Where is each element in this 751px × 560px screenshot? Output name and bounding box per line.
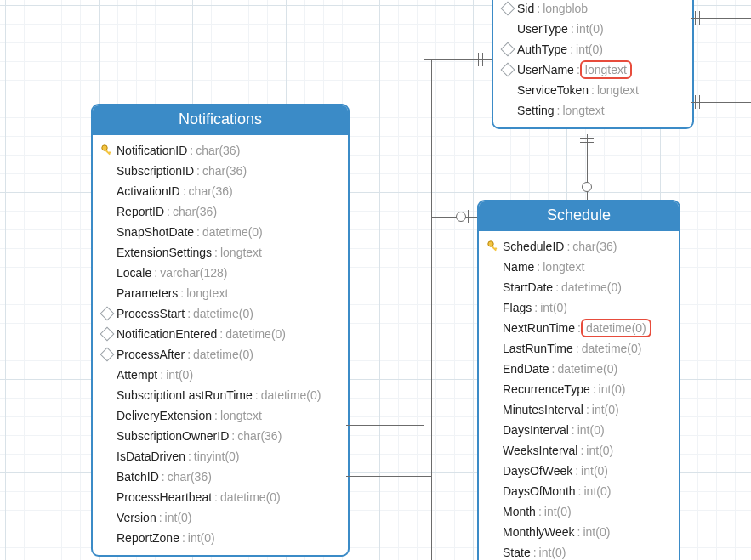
field-type: int(0)	[577, 19, 604, 39]
field-type: datetime(0)	[581, 319, 651, 337]
field-type: datetime(0)	[261, 385, 321, 405]
field-sep: :	[183, 181, 186, 201]
field-row[interactable]: Month: int(0)	[479, 501, 679, 522]
field-row[interactable]: RecurrenceType: int(0)	[479, 379, 679, 399]
field-row[interactable]: SubscriptionID: char(36)	[93, 161, 348, 181]
field-name: ProcessStart	[117, 303, 185, 324]
field-row[interactable]: ReportZone: int(0)	[93, 528, 348, 548]
field-type: int(0)	[539, 542, 566, 560]
field-row[interactable]: DaysOfWeek: int(0)	[479, 461, 679, 481]
field-sep: :	[570, 39, 573, 59]
field-row[interactable]: ServiceToken: longtext	[493, 80, 692, 100]
field-row[interactable]: Name: longtext	[479, 257, 679, 277]
field-row[interactable]: Setting: longtext	[493, 100, 692, 121]
field-type: datetime(0)	[557, 359, 617, 379]
field-row[interactable]: ExtensionSettings: longtext	[93, 242, 348, 263]
field-sep: :	[577, 522, 581, 542]
field-name: BatchID	[117, 467, 159, 487]
field-name: RecurrenceType	[503, 379, 590, 399]
field-sep: :	[557, 100, 560, 121]
field-sep: :	[187, 344, 191, 365]
field-name: DaysOfWeek	[503, 461, 572, 481]
field-row[interactable]: DaysInterval: int(0)	[479, 420, 679, 440]
field-row[interactable]: ProcessStart: datetime(0)	[93, 303, 348, 324]
field-type: longtext	[580, 60, 632, 79]
field-row[interactable]: IsDataDriven: tinyint(0)	[93, 446, 348, 467]
entity-notifications-fields: NotificationID: char(36)SubscriptionID: …	[93, 135, 348, 555]
field-name: SnapShotDate	[117, 222, 194, 242]
entity-users[interactable]: Sid: longblobUserType: int(0)AuthType: i…	[492, 0, 694, 129]
field-row[interactable]: NotificationID: char(36)	[93, 140, 348, 161]
svg-point-0	[102, 145, 107, 150]
field-sep: :	[214, 405, 218, 426]
field-row[interactable]: AuthType: int(0)	[493, 39, 692, 59]
field-row[interactable]: Parameters: longtext	[93, 283, 348, 303]
field-row[interactable]: ProcessHeartbeat: datetime(0)	[93, 487, 348, 507]
field-name: LastRunTime	[503, 338, 573, 359]
field-name: MonthlyWeek	[503, 522, 575, 542]
field-type: datetime(0)	[193, 344, 253, 365]
entity-notifications[interactable]: Notifications NotificationID: char(36)Su…	[91, 104, 350, 557]
field-row[interactable]: ActivationID: char(36)	[93, 181, 348, 201]
field-row[interactable]: NextRunTime: datetime(0)	[479, 318, 679, 338]
field-row[interactable]: UserType: int(0)	[493, 19, 692, 39]
field-type: char(36)	[237, 426, 282, 446]
field-row[interactable]: EndDate: datetime(0)	[479, 359, 679, 379]
field-name: NextRunTime	[503, 318, 575, 338]
field-row[interactable]: SubscriptionOwnerID: char(36)	[93, 426, 348, 446]
key-icon	[484, 240, 503, 253]
field-row[interactable]: NotificationEntered: datetime(0)	[93, 324, 348, 344]
field-row[interactable]: Flags: int(0)	[479, 297, 679, 318]
field-name: WeeksInterval	[503, 440, 577, 461]
field-row[interactable]: Locale: varchar(128)	[93, 263, 348, 283]
field-row[interactable]: Version: int(0)	[93, 507, 348, 528]
field-sep: :	[586, 399, 589, 420]
field-row[interactable]: State: int(0)	[479, 542, 679, 560]
field-row[interactable]: StartDate: datetime(0)	[479, 277, 679, 297]
entity-schedule[interactable]: Schedule ScheduleID: char(36)Name: longt…	[477, 200, 680, 560]
field-name: State	[503, 542, 531, 560]
field-sep: :	[196, 222, 200, 242]
field-name: AuthType	[517, 39, 567, 59]
diamond-icon	[98, 308, 117, 319]
connector	[346, 425, 424, 426]
field-sep: :	[578, 481, 582, 501]
field-row[interactable]: SnapShotDate: datetime(0)	[93, 222, 348, 242]
field-type: datetime(0)	[225, 324, 286, 344]
field-row[interactable]: Sid: longblob	[493, 0, 692, 19]
entity-title: Notifications	[93, 105, 348, 135]
field-name: SubscriptionLastRunTime	[117, 385, 253, 405]
field-type: int(0)	[586, 440, 613, 461]
field-row[interactable]: UserName: longtext	[493, 59, 692, 80]
entity-title: Schedule	[479, 201, 679, 231]
field-sep: :	[555, 277, 559, 297]
field-name: Version	[117, 507, 156, 528]
field-type: longtext	[543, 257, 584, 277]
field-sep: :	[162, 467, 165, 487]
entity-users-fields: Sid: longblobUserType: int(0)AuthType: i…	[493, 0, 692, 127]
field-sep: :	[533, 542, 537, 560]
field-row[interactable]: Attempt: int(0)	[93, 365, 348, 385]
field-row[interactable]: MinutesInterval: int(0)	[479, 399, 679, 420]
cardinality	[580, 136, 594, 144]
field-sep: :	[580, 440, 583, 461]
field-name: EndDate	[503, 359, 549, 379]
field-sep: :	[591, 80, 595, 100]
field-row[interactable]: MonthlyWeek: int(0)	[479, 522, 679, 542]
field-name: Name	[503, 257, 534, 277]
field-row[interactable]: BatchID: char(36)	[93, 467, 348, 487]
field-type: int(0)	[581, 461, 608, 481]
field-sep: :	[551, 359, 555, 379]
field-row[interactable]: WeeksInterval: int(0)	[479, 440, 679, 461]
field-row[interactable]: ProcessAfter: datetime(0)	[93, 344, 348, 365]
field-sep: :	[188, 446, 191, 467]
field-sep: :	[219, 324, 223, 344]
field-row[interactable]: LastRunTime: datetime(0)	[479, 338, 679, 359]
field-row[interactable]: ReportID: char(36)	[93, 201, 348, 222]
field-row[interactable]: ScheduleID: char(36)	[479, 236, 679, 257]
field-name: Attempt	[117, 365, 157, 385]
field-row[interactable]: DeliveryExtension: longtext	[93, 405, 348, 426]
field-row[interactable]: SubscriptionLastRunTime: datetime(0)	[93, 385, 348, 405]
diamond-icon	[498, 3, 517, 14]
field-row[interactable]: DaysOfMonth: int(0)	[479, 481, 679, 501]
